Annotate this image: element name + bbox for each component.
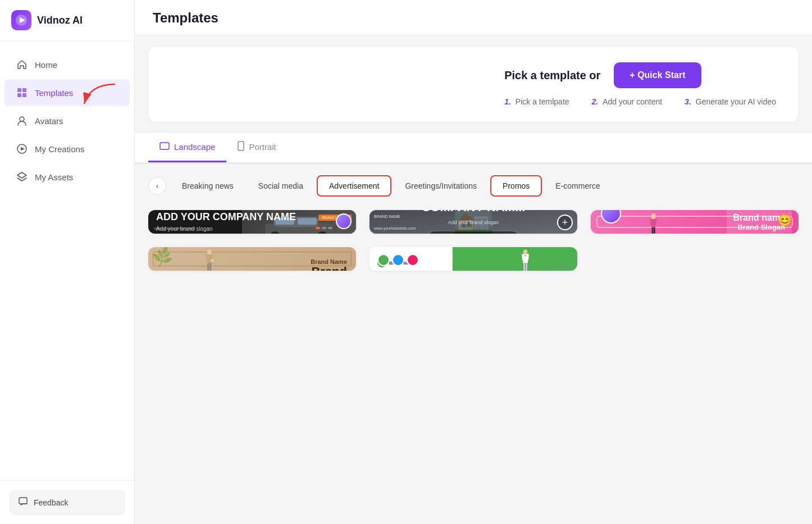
cat-tab-greetings[interactable]: Greetings/Invitations — [394, 175, 488, 197]
cat-tab-advertisement[interactable]: Advertisement — [317, 175, 391, 197]
view-tabs-section: Landscape Portrait — [135, 133, 812, 164]
step-3-label: Generate your AI video — [696, 97, 776, 106]
template-card-skincare[interactable]: 🌿 Brand Name BrandSlogan www.yourbrandsi… — [148, 247, 356, 271]
svg-rect-47 — [212, 259, 214, 260]
template-card-healthcare[interactable]: Brand Name Your healthis our priority 'B… — [369, 247, 577, 271]
main-content: Templates Pick a template or + Quick Sta… — [135, 0, 812, 524]
feedback-icon — [18, 496, 28, 508]
sidebar-item-templates[interactable]: Templates — [4, 79, 130, 106]
car-text-block: ADD YOUR COMPANY NAME Add your brand slo… — [148, 210, 356, 234]
grid-icon — [16, 86, 28, 99]
sidebar-item-my-assets-label: My Assets — [35, 172, 73, 182]
category-tabs: Breaking news Social media Advertisement… — [171, 175, 799, 197]
cat-tab-social-media[interactable]: Social media — [247, 175, 314, 197]
car-slogan: Add your brand slogan — [156, 226, 348, 232]
template-thumb-beauty: Brand name Brand Slogan 😊 — [591, 210, 799, 234]
layers-icon — [16, 171, 28, 183]
feedback-label: Feedback — [34, 498, 68, 507]
svg-rect-2 — [17, 88, 21, 92]
healthcare-model-svg — [473, 248, 577, 271]
step-1-label: Pick a temlpate — [516, 97, 569, 106]
step-2: 2. Add your content — [592, 97, 663, 106]
svg-marker-8 — [21, 147, 25, 151]
preview-template-button[interactable]: ▶ Preview Template — [425, 231, 522, 234]
step-1: 1. Pick a temlpate — [504, 97, 569, 106]
svg-rect-12 — [238, 142, 244, 151]
svg-rect-3 — [22, 88, 26, 92]
svg-rect-54 — [523, 263, 525, 271]
logo-icon — [11, 10, 31, 30]
feedback-button[interactable]: Feedback — [9, 490, 125, 515]
svg-rect-44 — [208, 263, 209, 271]
svg-point-48 — [523, 249, 527, 254]
skincare-slogan: BrandSlogan — [305, 265, 347, 271]
sidebar-item-avatars-label: Avatars — [35, 116, 63, 126]
landscape-icon — [159, 142, 170, 152]
sidebar-item-avatars[interactable]: Avatars — [4, 107, 130, 134]
step-3: 3. Generate your AI video — [685, 97, 776, 106]
svg-point-34 — [651, 213, 656, 219]
svg-point-40 — [207, 250, 212, 254]
feedback-section: Feedback — [0, 480, 134, 524]
banner-right: Pick a template or + Quick Start 1. Pick… — [504, 62, 776, 106]
template-thumb-car: ADD YOUR COMPANY NAME Add your brand slo… — [148, 210, 356, 234]
emoji-sticker: 😊 — [778, 213, 792, 227]
sidebar-item-home-label: Home — [35, 60, 57, 70]
svg-rect-39 — [653, 227, 655, 234]
car-heading: ADD YOUR COMPANY NAME — [156, 212, 348, 223]
svg-rect-38 — [651, 227, 653, 234]
realestate-website: www.yourbrandsite.com — [374, 226, 416, 230]
quick-start-button[interactable]: + Quick Start — [614, 62, 701, 88]
avatar-3 — [407, 254, 419, 266]
sidebar: Vidnoz AI Home Templates — [0, 0, 135, 524]
template-card-beauty[interactable]: Brand name Brand Slogan 😊 Beauty Product… — [591, 210, 799, 234]
health-avatars — [377, 254, 419, 266]
user-icon — [16, 115, 28, 127]
realestate-brand-tag: BRAND NAME — [374, 215, 400, 218]
sidebar-item-my-creations[interactable]: My Creations — [4, 135, 130, 162]
banner-text: Pick a template or — [504, 69, 600, 82]
svg-rect-5 — [22, 93, 26, 97]
page-header: Templates — [135, 0, 812, 35]
category-prev-button[interactable]: ‹ — [148, 177, 166, 195]
tab-portrait[interactable]: Portrait — [226, 133, 287, 162]
logo-area[interactable]: Vidnoz AI — [0, 0, 134, 41]
sidebar-item-home[interactable]: Home — [4, 51, 130, 78]
healthcare-website: www.health.com — [548, 264, 573, 267]
steps-row: 1. Pick a temlpate 2. Add your content 3… — [504, 97, 776, 106]
template-thumb-skincare: 🌿 Brand Name BrandSlogan www.yourbrandsi… — [148, 247, 356, 271]
cat-tab-breaking-news[interactable]: Breaking news — [171, 175, 245, 197]
play-circle-icon — [16, 143, 28, 155]
template-thumb-healthcare: Brand Name Your healthis our priority 'B… — [369, 247, 577, 271]
step-2-label: Add your content — [603, 97, 662, 106]
tab-portrait-label: Portrait — [249, 142, 276, 152]
svg-rect-11 — [160, 143, 169, 149]
svg-rect-45 — [210, 263, 212, 271]
tab-landscape[interactable]: Landscape — [148, 133, 226, 162]
sidebar-item-my-creations-label: My Creations — [35, 144, 84, 154]
content-area: Pick a template or + Quick Start 1. Pick… — [135, 35, 812, 524]
realestate-slogan: Add your brand slogan — [448, 220, 499, 225]
svg-point-6 — [20, 117, 24, 121]
add-template-button[interactable]: + — [557, 215, 573, 230]
sidebar-nav: Home Templates Avatars — [0, 41, 134, 480]
portrait-icon — [238, 141, 244, 153]
avatar-2 — [392, 254, 404, 266]
home-icon — [16, 58, 28, 71]
cat-tab-ecommerce[interactable]: E-commerce — [544, 175, 611, 197]
svg-rect-55 — [526, 263, 527, 271]
cat-tab-promos[interactable]: Promos — [490, 175, 542, 197]
sidebar-item-my-assets[interactable]: My Assets — [4, 163, 130, 190]
quick-start-banner: Pick a template or + Quick Start 1. Pick… — [148, 47, 799, 122]
view-tabs: Landscape Portrait — [135, 133, 812, 163]
realestate-heading: ADD YOURCOMPANY NAM... — [422, 210, 526, 214]
template-card-senior-car-sales[interactable]: ADD YOUR COMPANY NAME Add your brand slo… — [148, 210, 356, 234]
avatar-1 — [377, 254, 390, 266]
svg-rect-46 — [211, 259, 214, 262]
svg-rect-4 — [17, 93, 21, 97]
template-card-real-estate[interactable]: BRAND NAME ADD YOURCOMPANY NAM... Add yo… — [369, 210, 577, 234]
page-title: Templates — [153, 10, 794, 26]
sidebar-item-templates-label: Templates — [35, 88, 73, 98]
template-thumb-realestate: BRAND NAME ADD YOURCOMPANY NAM... Add yo… — [369, 210, 577, 234]
tab-landscape-label: Landscape — [174, 142, 215, 152]
